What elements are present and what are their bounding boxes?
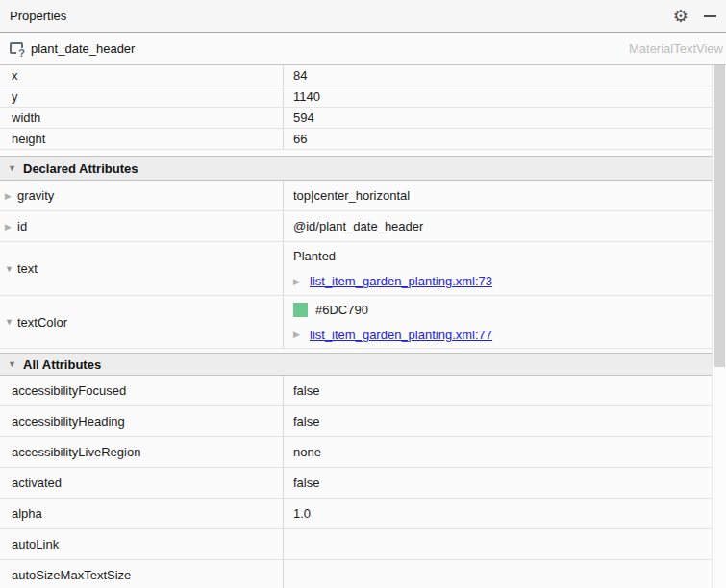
row-value[interactable]: top|center_horizontal: [284, 181, 726, 210]
chevron-down-icon[interactable]: ▼: [8, 359, 23, 369]
section-all-attributes[interactable]: ▼ All Attributes: [0, 353, 726, 376]
table-row-autosizemaxtextsize: autoSizeMaxTextSize: [0, 560, 726, 588]
expand-down-icon[interactable]: ▼: [5, 317, 17, 327]
row-label-cell: ▼ text: [0, 242, 284, 295]
gear-icon[interactable]: ⚙: [673, 8, 688, 25]
selected-component-row[interactable]: ? plant_date_header MaterialTextView: [0, 33, 726, 65]
panel-title: Properties: [10, 9, 66, 23]
row-value[interactable]: false: [284, 376, 726, 405]
row-label: width: [0, 108, 284, 128]
table-row-x: x 84: [0, 65, 726, 86]
section-title: Declared Attributes: [23, 161, 138, 176]
row-value[interactable]: 84: [284, 65, 726, 86]
row-value[interactable]: @id/plant_date_header: [284, 211, 726, 241]
source-link[interactable]: list_item_garden_planting.xml:73: [310, 274, 492, 288]
expand-right-icon[interactable]: ▶: [5, 191, 17, 201]
row-value[interactable]: #6DC790: [315, 303, 368, 317]
table-row-accessibilityliveregion: accessibilityLiveRegion none: [0, 437, 726, 468]
row-value[interactable]: 1140: [284, 86, 726, 107]
row-value-cell: Planted ▶ list_item_garden_planting.xml:…: [284, 242, 726, 295]
table-row-y: y 1140: [0, 86, 726, 108]
row-label: y: [0, 86, 284, 107]
scrollbar-thumb[interactable]: [714, 65, 725, 367]
row-value[interactable]: 594: [284, 108, 726, 128]
row-label-cell: ▶ id: [0, 211, 284, 241]
row-label: textColor: [17, 315, 67, 330]
row-label: gravity: [17, 188, 54, 203]
table-row-height: height 66: [0, 129, 726, 150]
row-label: x: [0, 65, 284, 86]
table-row-alpha: alpha 1.0: [0, 499, 726, 529]
row-label: autoSizeMaxTextSize: [0, 560, 284, 588]
section-declared-attributes[interactable]: ▼ Declared Attributes: [0, 156, 726, 181]
question-mark-icon: ?: [18, 48, 25, 59]
row-value[interactable]: Planted: [293, 246, 336, 267]
component-type: MaterialTextView: [629, 41, 723, 56]
table-row-text: ▼ text Planted ▶ list_item_garden_planti…: [0, 242, 726, 296]
row-label: accessibilityHeading: [0, 406, 284, 436]
row-label: autoLink: [0, 529, 284, 559]
table-row-width: width 594: [0, 108, 726, 129]
table-row-gravity: ▶ gravity top|center_horizontal: [0, 181, 726, 211]
source-link-line: ▶ list_item_garden_planting.xml:77: [293, 324, 492, 345]
row-label: accessibilityFocused: [0, 376, 284, 405]
table-row-textcolor: ▼ textColor #6DC790 ▶ list_item_garden_p…: [0, 296, 726, 349]
row-value[interactable]: false: [284, 406, 726, 436]
source-link[interactable]: list_item_garden_planting.xml:77: [310, 328, 492, 342]
row-label-cell: ▶ gravity: [0, 181, 284, 210]
expand-down-icon[interactable]: ▼: [5, 264, 17, 274]
row-label: accessibilityLiveRegion: [0, 437, 284, 467]
table-row-activated: activated false: [0, 468, 726, 499]
row-label: activated: [0, 468, 284, 498]
row-value-cell: #6DC790 ▶ list_item_garden_planting.xml:…: [284, 296, 726, 348]
properties-panel: Properties ⚙ ? plant_date_header Materia…: [0, 0, 726, 588]
table-row-autolink: autoLink: [0, 529, 726, 560]
component-id: plant_date_header: [31, 41, 135, 56]
table-row-id: ▶ id @id/plant_date_header: [0, 211, 726, 242]
row-value[interactable]: [284, 560, 726, 588]
row-label: id: [17, 219, 27, 233]
expand-right-icon[interactable]: ▶: [5, 222, 17, 232]
section-title: All Attributes: [23, 357, 101, 372]
row-value[interactable]: none: [284, 437, 726, 467]
table-row-accessibilityfocused: accessibilityFocused false: [0, 376, 726, 406]
row-label: text: [17, 261, 38, 276]
row-value[interactable]: 1.0: [284, 499, 726, 528]
row-value[interactable]: false: [284, 468, 726, 498]
chevron-down-icon[interactable]: ▼: [8, 163, 23, 173]
panel-header: Properties ⚙: [0, 0, 726, 33]
row-label: alpha: [0, 499, 284, 528]
row-label-cell: ▼ textColor: [0, 296, 284, 348]
row-label: height: [0, 129, 284, 149]
color-value-line: #6DC790: [293, 299, 368, 320]
source-link-line: ▶ list_item_garden_planting.xml:73: [293, 271, 492, 292]
expand-right-icon[interactable]: ▶: [293, 330, 310, 339]
expand-right-icon[interactable]: ▶: [293, 277, 310, 286]
unknown-view-icon: ?: [10, 42, 24, 55]
color-swatch[interactable]: [293, 303, 308, 317]
row-value[interactable]: [284, 529, 726, 559]
table-row-accessibilityheading: accessibilityHeading false: [0, 406, 726, 437]
minimize-icon[interactable]: [704, 15, 716, 17]
scrollbar-track[interactable]: [712, 65, 726, 588]
row-value[interactable]: 66: [284, 129, 726, 149]
